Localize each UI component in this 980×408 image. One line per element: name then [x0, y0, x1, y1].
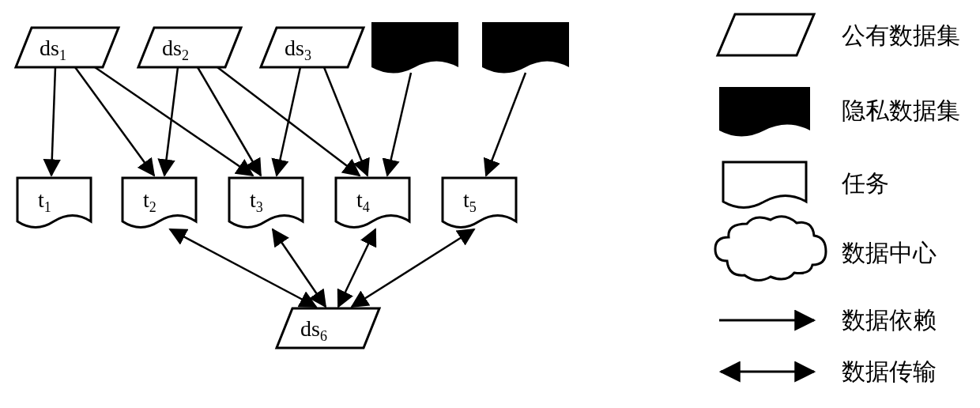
edges-dependency [51, 67, 526, 176]
svg-line-0 [51, 67, 55, 176]
node-t3: t3 [229, 178, 303, 228]
legend-transfer-label: 数据传输 [842, 358, 937, 384]
legend: 公有数据集 隐私数据集 任务 数据中心 数据依赖 数据传输 [715, 14, 960, 384]
svg-line-9 [486, 73, 526, 176]
node-t2: t2 [122, 178, 196, 228]
node-private-5 [482, 22, 569, 74]
node-t5: t5 [443, 178, 516, 228]
svg-line-6 [277, 67, 300, 176]
svg-line-8 [387, 73, 411, 176]
legend-task-label: 任务 [841, 170, 889, 196]
node-private-4 [371, 22, 458, 74]
legend-cloud-icon [715, 217, 826, 281]
legend-task-icon [723, 162, 806, 208]
legend-private-label: 隐私数据集 [842, 97, 960, 123]
svg-line-10 [170, 229, 316, 307]
diagram-canvas: ds1 ds2 ds3 t1 t2 t3 t4 t5 [0, 0, 980, 408]
node-t4: t4 [336, 178, 409, 228]
node-t1: t1 [17, 178, 91, 228]
node-ds3: ds3 [261, 28, 364, 67]
svg-line-11 [273, 229, 326, 307]
legend-public-label: 公有数据集 [842, 22, 960, 48]
node-ds2: ds2 [138, 28, 241, 67]
legend-public-icon [718, 14, 814, 55]
svg-line-1 [75, 67, 154, 176]
node-ds6: ds6 [277, 308, 379, 348]
svg-line-3 [164, 67, 178, 176]
edges-transfer [170, 229, 474, 307]
legend-datacenter-label: 数据中心 [842, 240, 937, 266]
node-ds1: ds1 [16, 28, 119, 67]
legend-dependency-label: 数据依赖 [842, 307, 937, 333]
svg-line-7 [324, 67, 368, 176]
legend-private-icon [719, 87, 810, 137]
